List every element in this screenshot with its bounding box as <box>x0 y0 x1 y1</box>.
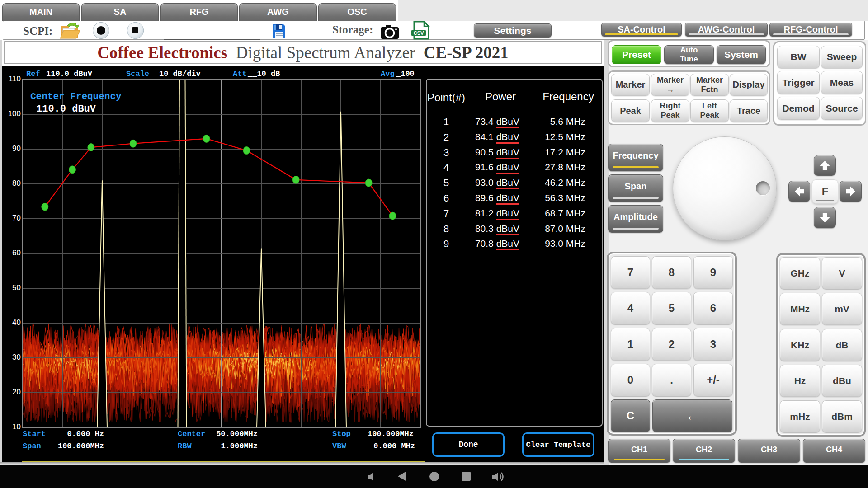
svg-text:CSV: CSV <box>414 30 424 36</box>
